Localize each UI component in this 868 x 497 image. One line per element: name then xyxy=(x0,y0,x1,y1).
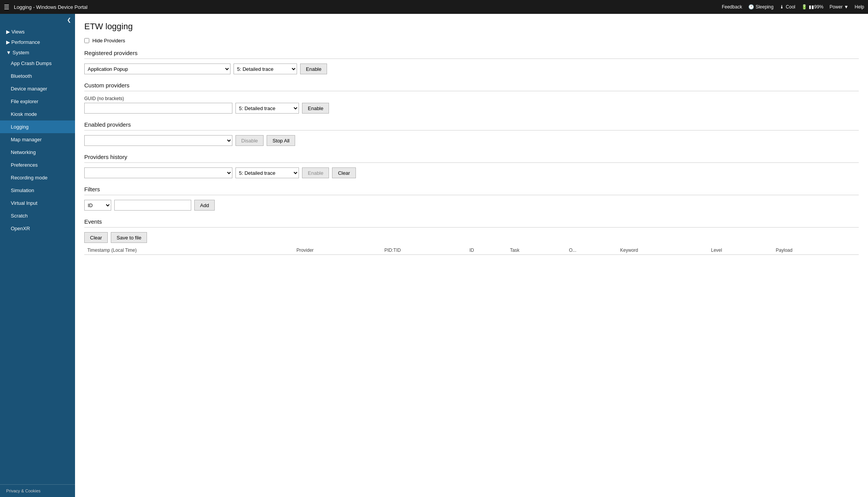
events-title: Events xyxy=(84,218,859,228)
feedback-btn[interactable]: Feedback xyxy=(722,4,742,10)
events-table: Timestamp (Local Time) Provider PID:TID … xyxy=(84,246,859,255)
sidebar-item-map-manager[interactable]: Map manager xyxy=(0,133,75,146)
custom-enable-btn[interactable]: Enable xyxy=(302,103,329,114)
app-title: Logging - Windows Device Portal xyxy=(14,4,722,10)
sidebar-item-file-explorer[interactable]: File explorer xyxy=(0,95,75,108)
sidebar-group-system[interactable]: ▼ System xyxy=(0,47,75,57)
registered-providers-title: Registered providers xyxy=(84,50,859,59)
history-provider-select[interactable] xyxy=(84,167,232,178)
guid-label: GUID (no brackets) xyxy=(84,96,859,101)
history-clear-btn[interactable]: Clear xyxy=(332,167,356,178)
sleeping-status: 🕐 Sleeping xyxy=(748,4,774,10)
registered-detail-select[interactable]: 5: Detailed trace 4: Info 3: Warning 2: … xyxy=(234,64,297,74)
sidebar-group-views[interactable]: ▶ ▶ ViewsViews xyxy=(0,26,75,36)
col-pidtid: PID:TID xyxy=(381,246,466,255)
providers-history-section: Providers history 5: Detailed trace 4: I… xyxy=(84,154,859,178)
sidebar-item-bluetooth[interactable]: Bluetooth xyxy=(0,70,75,82)
history-detail-select[interactable]: 5: Detailed trace 4: Info 3: Warning 2: … xyxy=(235,167,299,178)
col-id: ID xyxy=(466,246,507,255)
events-table-header-row: Timestamp (Local Time) Provider PID:TID … xyxy=(84,246,859,255)
sidebar-item-scratch[interactable]: Scratch xyxy=(0,209,75,222)
col-level: Level xyxy=(708,246,773,255)
page-title: ETW logging xyxy=(84,22,859,32)
sidebar-item-app-crash-dumps[interactable]: App Crash Dumps xyxy=(0,57,75,70)
sidebar-item-device-manager[interactable]: Device manager xyxy=(0,82,75,95)
sidebar-item-openxr[interactable]: OpenXR xyxy=(0,222,75,235)
col-task: Task xyxy=(507,246,566,255)
guid-input[interactable] xyxy=(84,103,232,114)
sidebar-item-simulation[interactable]: Simulation xyxy=(0,184,75,197)
sidebar-item-preferences[interactable]: Preferences xyxy=(0,159,75,171)
registered-enable-btn[interactable]: Enable xyxy=(300,64,327,74)
privacy-footer[interactable]: Privacy & Cookies xyxy=(0,484,75,497)
custom-providers-title: Custom providers xyxy=(84,82,859,91)
events-clear-btn[interactable]: Clear xyxy=(84,232,108,243)
stop-all-btn[interactable]: Stop All xyxy=(267,135,295,146)
battery-status: 🔋 ▮▮99% xyxy=(801,4,823,10)
content-area: ETW logging Hide Providers Registered pr… xyxy=(75,14,868,497)
custom-detail-select[interactable]: 5: Detailed trace 4: Info 3: Warning 2: … xyxy=(235,103,299,114)
menu-icon[interactable]: ☰ xyxy=(4,3,9,11)
col-timestamp: Timestamp (Local Time) xyxy=(84,246,293,255)
disable-btn[interactable]: Disable xyxy=(235,135,264,146)
sidebar-item-logging[interactable]: Logging xyxy=(0,120,75,133)
hide-providers-label: Hide Providers xyxy=(92,38,125,44)
providers-history-row: 5: Detailed trace 4: Info 3: Warning 2: … xyxy=(84,167,859,178)
sidebar-item-virtual-input[interactable]: Virtual Input xyxy=(0,197,75,209)
sidebar: ❮ ▶ ▶ ViewsViews ▶ Performance ▼ System … xyxy=(0,14,75,497)
custom-providers-row: 5: Detailed trace 4: Info 3: Warning 2: … xyxy=(84,103,859,114)
events-save-btn[interactable]: Save to file xyxy=(111,232,147,243)
hide-providers-checkbox[interactable] xyxy=(84,38,89,43)
sidebar-item-kiosk-mode[interactable]: Kiosk mode xyxy=(0,108,75,120)
main-layout: ❮ ▶ ▶ ViewsViews ▶ Performance ▼ System … xyxy=(0,14,868,497)
enabled-provider-select[interactable] xyxy=(84,135,232,146)
filters-title: Filters xyxy=(84,186,859,195)
filters-section: Filters ID PID TID Provider Add xyxy=(84,186,859,211)
filters-row: ID PID TID Provider Add xyxy=(84,200,859,211)
cool-status: 🌡 Cool xyxy=(780,4,795,10)
events-section: Events Clear Save to file Timestamp (Loc… xyxy=(84,218,859,255)
topbar: ☰ Logging - Windows Device Portal Feedba… xyxy=(0,0,868,14)
providers-history-title: Providers history xyxy=(84,154,859,163)
enabled-providers-row: Disable Stop All xyxy=(84,135,859,146)
help-btn[interactable]: Help xyxy=(855,4,864,10)
sidebar-item-networking[interactable]: Networking xyxy=(0,146,75,159)
col-provider: Provider xyxy=(293,246,381,255)
col-keyword: Keyword xyxy=(617,246,708,255)
col-o: O... xyxy=(566,246,617,255)
enabled-providers-title: Enabled providers xyxy=(84,121,859,131)
sidebar-item-recording-mode[interactable]: Recording mode xyxy=(0,171,75,184)
enabled-providers-section: Enabled providers Disable Stop All xyxy=(84,121,859,146)
registered-provider-select[interactable]: Application Popup Other Provider 1 xyxy=(84,64,230,74)
sidebar-collapse-btn[interactable]: ❮ xyxy=(0,14,75,26)
filter-value-input[interactable] xyxy=(114,200,191,211)
events-actions-row: Clear Save to file xyxy=(84,232,859,243)
power-btn[interactable]: Power ▼ xyxy=(830,4,848,10)
filter-id-select[interactable]: ID PID TID Provider xyxy=(84,200,111,211)
hide-providers-row: Hide Providers xyxy=(84,38,859,44)
registered-providers-row: Application Popup Other Provider 1 5: De… xyxy=(84,64,859,74)
top-actions: Feedback 🕐 Sleeping 🌡 Cool 🔋 ▮▮99% Power… xyxy=(722,4,864,10)
history-enable-btn[interactable]: Enable xyxy=(302,167,329,178)
sidebar-group-performance[interactable]: ▶ Performance xyxy=(0,36,75,47)
col-payload: Payload xyxy=(773,246,859,255)
filter-add-btn[interactable]: Add xyxy=(194,200,215,211)
custom-providers-section: Custom providers GUID (no brackets) 5: D… xyxy=(84,82,859,114)
registered-providers-section: Registered providers Application Popup O… xyxy=(84,50,859,74)
